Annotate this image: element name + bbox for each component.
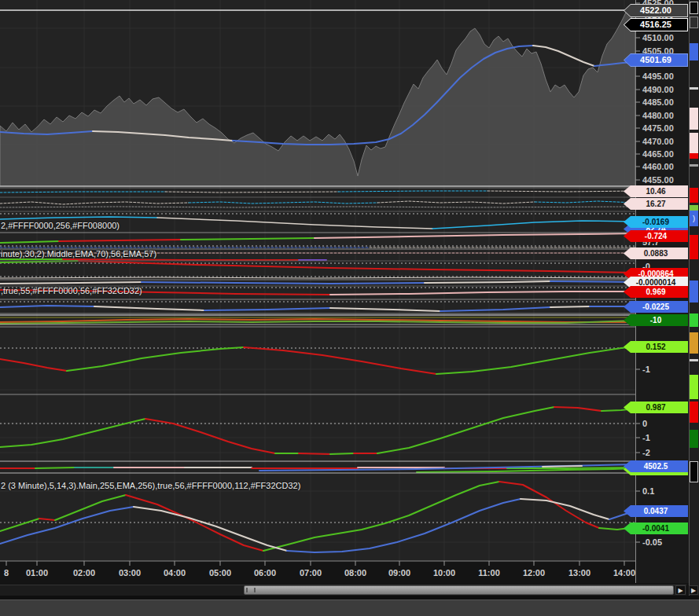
indicator-line [609,511,635,519]
indicator-line [181,238,315,240]
strip-scroll-right-arrow-button[interactable]: ▶ [689,585,698,595]
indicator-line [157,218,432,229]
price-area-series [0,10,635,186]
indicator-line [499,482,599,528]
indicator-line [165,192,338,192]
indicator-line [330,292,635,295]
indicator-line [377,407,554,453]
indicator-line [0,277,635,278]
indicator-line [0,519,39,531]
indicator-line [338,191,487,192]
indicator-line [299,453,330,454]
indicator-line [330,453,354,454]
indicator-line [189,202,377,204]
indicator-line [533,46,594,66]
indicator-line [425,281,550,283]
indicator-line [0,202,189,204]
indicator-line [507,468,635,468]
indicator-line [244,347,436,374]
indicator-line [550,306,590,307]
trading-chart-window: 4525.004520.004510.004505.004500.004495.… [0,0,699,616]
indicator-line [145,419,275,453]
indicator-line [35,468,75,468]
scrollbar-thumb[interactable] [244,585,674,595]
indicator-line [59,240,181,241]
indicator-line [602,409,635,411]
indicator-line [315,233,635,238]
indicator-line [554,407,602,411]
chart-canvas[interactable] [0,0,699,597]
indicator-line [0,419,145,447]
indicator-line [0,217,157,219]
indicator-line [0,241,59,243]
indicator-line [487,191,635,192]
indicator-line [599,527,635,530]
indicator-line [204,308,330,310]
indicator-line [535,201,635,203]
indicator-line [94,306,204,310]
indicator-line [0,282,142,284]
indicator-line [330,308,440,311]
indicator-line [436,346,635,374]
indicator-line [550,281,635,282]
indicator-line [543,466,582,467]
indicator-line [287,499,521,552]
indicator-line [263,482,499,551]
indicator-line [0,207,635,207]
scrollbar-grip-icon [246,588,256,592]
bottom-status-bar [0,600,699,616]
indicator-line [0,306,94,307]
indicator-line [67,347,244,371]
indicator-line [0,290,330,295]
indicator-line [377,201,535,204]
indicator-line [39,519,55,520]
indicator-line [79,261,635,273]
indicator-line [63,259,299,260]
indicator-line [0,192,165,192]
scrollbar-right-arrow-button[interactable]: ▶ [675,585,686,595]
indicator-line [142,282,425,284]
